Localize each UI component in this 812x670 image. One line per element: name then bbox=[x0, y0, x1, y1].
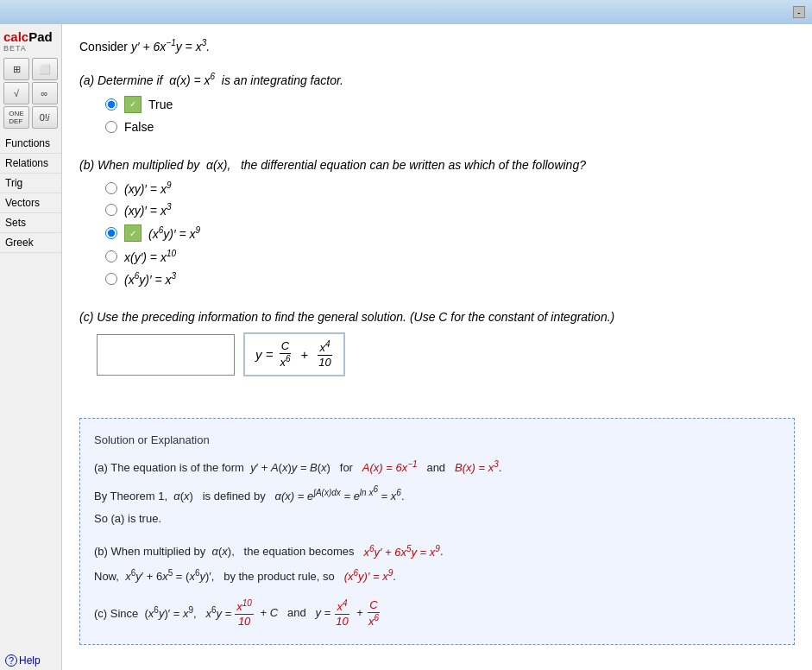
factorial-i-icon-btn[interactable]: 0! i bbox=[32, 106, 58, 129]
help-label: Help bbox=[19, 654, 41, 667]
radio-b4[interactable] bbox=[105, 250, 117, 262]
infinity-icon-btn[interactable]: ∞ bbox=[32, 82, 58, 104]
label-false: False bbox=[124, 120, 154, 134]
radio-b1[interactable] bbox=[105, 182, 117, 194]
icon-grid: ⊞ ⬜ √ ∞ ONEDEF 0! i bbox=[0, 56, 61, 130]
label-b4: x(y′) = x10 bbox=[124, 249, 176, 264]
radio-b3[interactable] bbox=[105, 227, 117, 239]
solution-title: Solution or Explanation bbox=[94, 431, 780, 450]
part-b-label: (b) When multiplied by α(x), the differe… bbox=[79, 158, 795, 172]
sidebar-nav: Functions Relations Trig Vectors Sets Gr… bbox=[0, 134, 61, 253]
sidebar-item-functions[interactable]: Functions bbox=[0, 134, 61, 154]
solution-c-text2: + C and y = bbox=[257, 604, 330, 623]
solution-a-line3: So (a) is true. bbox=[94, 509, 780, 528]
correct-icon: ✓ bbox=[124, 96, 142, 113]
solution-c-text1: (c) Since (x6y)′ = x9, x6y = bbox=[94, 603, 231, 623]
sidebar-item-vectors[interactable]: Vectors bbox=[0, 193, 61, 213]
sidebar: calcPad BETA ⊞ ⬜ √ ∞ ONEDEF 0! i Functio… bbox=[0, 24, 62, 670]
calc-logo: calcPad BETA bbox=[0, 24, 61, 56]
part-c-label: (c) Use the preceding information to fin… bbox=[79, 310, 795, 324]
solution-formula: y = C x6 + x4 10 bbox=[243, 332, 345, 376]
sidebar-item-greek[interactable]: Greek bbox=[0, 233, 61, 253]
answer-input-box[interactable] bbox=[97, 334, 235, 376]
label-b1: (xy)′ = x9 bbox=[124, 180, 171, 196]
help-link[interactable]: ? Help bbox=[0, 651, 61, 670]
fraction-x4-over-10-red: x4 10 bbox=[334, 598, 349, 629]
radio-false[interactable] bbox=[105, 121, 117, 133]
solution-c-text3: + bbox=[354, 604, 363, 623]
brand-beta: BETA bbox=[3, 44, 27, 53]
option-false[interactable]: False bbox=[105, 120, 795, 134]
part-b-options: (xy)′ = x9 (xy)′ = x3 ✓ (x6y)′ = x9 x(y′… bbox=[105, 180, 795, 287]
fraction-c-over-x6-red: C x6 bbox=[367, 598, 381, 629]
option-true[interactable]: ✓ True bbox=[105, 96, 795, 113]
solution-b-line1: (b) When multiplied by α(x), the equatio… bbox=[94, 540, 780, 561]
minimize-button[interactable]: - bbox=[793, 6, 805, 18]
option-b3[interactable]: ✓ (x6y)′ = x9 bbox=[105, 224, 795, 242]
panel-icon-btn[interactable]: ⬜ bbox=[32, 58, 58, 80]
part-a: (a) Determine if α(x) = x6 is an integra… bbox=[79, 72, 795, 134]
one-def-icon-btn[interactable]: ONEDEF bbox=[3, 106, 29, 129]
brand-calc: calc bbox=[3, 29, 28, 44]
problem-intro: Consider y′ + 6x−1y = x3. bbox=[79, 36, 795, 56]
answer-row: y = C x6 + x4 10 bbox=[97, 332, 795, 376]
solution-b-line2: Now, x6y′ + 6x5 = (x6y)′, by the product… bbox=[94, 566, 780, 586]
radio-b5[interactable] bbox=[105, 273, 117, 285]
part-b: (b) When multiplied by α(x), the differe… bbox=[79, 158, 795, 287]
consider-label: Consider bbox=[79, 40, 131, 54]
label-b2: (xy)′ = x3 bbox=[124, 202, 171, 218]
solution-box: Solution or Explanation (a) The equation… bbox=[79, 418, 795, 645]
sidebar-item-trig[interactable]: Trig bbox=[0, 174, 61, 193]
sidebar-item-sets[interactable]: Sets bbox=[0, 213, 61, 233]
correct-icon-b: ✓ bbox=[124, 224, 142, 242]
radio-b2[interactable] bbox=[105, 204, 117, 216]
solution-a-line1: (a) The equation is of the form y′ + A(x… bbox=[94, 457, 780, 477]
part-c: (c) Use the preceding information to fin… bbox=[79, 310, 795, 376]
label-b5: (x6y)′ = x3 bbox=[124, 271, 176, 287]
radio-true[interactable] bbox=[105, 98, 117, 111]
option-b5[interactable]: (x6y)′ = x3 bbox=[105, 271, 795, 287]
fraction-c-over-x6: C x6 bbox=[278, 339, 292, 370]
brand-pad: Pad bbox=[28, 29, 53, 44]
option-b4[interactable]: x(y′) = x10 bbox=[105, 249, 795, 264]
fraction-x4-over-10: x4 10 bbox=[317, 339, 332, 370]
option-b2[interactable]: (xy)′ = x3 bbox=[105, 202, 795, 218]
solution-a-line2: By Theorem 1, α(x) is defined by α(x) = … bbox=[94, 481, 780, 506]
label-true: True bbox=[148, 98, 173, 111]
content-area: Consider y′ + 6x−1y = x3. (a) Determine … bbox=[62, 24, 812, 670]
option-b1[interactable]: (xy)′ = x9 bbox=[105, 180, 795, 196]
grid-icon-btn[interactable]: ⊞ bbox=[3, 58, 29, 80]
main-layout: calcPad BETA ⊞ ⬜ √ ∞ ONEDEF 0! i Functio… bbox=[0, 24, 812, 670]
solution-c-line1: (c) Since (x6y)′ = x9, x6y = x10 10 + C … bbox=[94, 598, 780, 629]
sqrt-icon-btn[interactable]: √ bbox=[3, 82, 29, 104]
help-circle-icon: ? bbox=[5, 654, 17, 667]
part-a-label: (a) Determine if α(x) = x6 is an integra… bbox=[79, 72, 795, 87]
main-equation: y′ + 6x−1y = x3. bbox=[131, 40, 210, 54]
title-bar: - bbox=[0, 0, 812, 24]
part-a-options: ✓ True False bbox=[105, 96, 795, 134]
label-b3: (x6y)′ = x9 bbox=[148, 225, 200, 241]
fraction-x10-over-10-red: x10 10 bbox=[235, 598, 254, 629]
sidebar-item-relations[interactable]: Relations bbox=[0, 154, 61, 174]
